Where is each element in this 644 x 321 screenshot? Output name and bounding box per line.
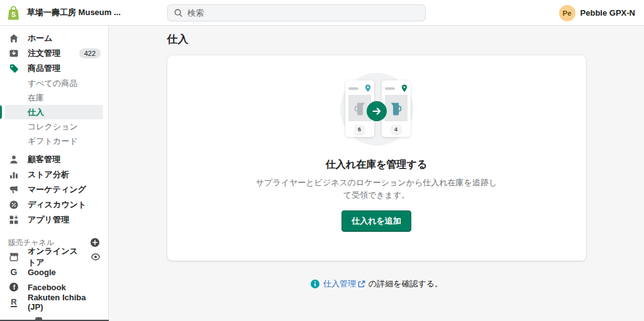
- orders-count-badge: 422: [79, 48, 101, 58]
- sidebar: ホーム 注文管理 422 商品管理 すべての商品 在庫 仕入 コレクション ギフ…: [0, 26, 109, 321]
- marketing-icon: [9, 185, 19, 195]
- customers-icon: [9, 155, 19, 165]
- link-label: 仕入管理: [323, 278, 356, 290]
- subitem-label: 在庫: [28, 93, 44, 102]
- sidebar-subitem-collections[interactable]: コレクション: [5, 119, 103, 134]
- search-icon: [174, 8, 183, 18]
- external-link-icon: [358, 280, 365, 288]
- purchase-management-link[interactable]: 仕入管理: [323, 278, 365, 290]
- channel-online-store[interactable]: オンラインストア: [0, 249, 108, 264]
- subitem-label: ギフトカード: [28, 136, 78, 146]
- view-online-store-button[interactable]: [91, 252, 101, 262]
- sidebar-item-label: ストア分析: [28, 169, 69, 180]
- plus-circle-icon: [90, 237, 100, 248]
- user-name: Pebble GPX-N: [580, 8, 635, 18]
- sidebar-item-products[interactable]: 商品管理: [0, 61, 108, 76]
- empty-state-title: 仕入れ在庫を管理する: [167, 158, 586, 171]
- sidebar-item-analytics[interactable]: ストア分析: [0, 167, 108, 182]
- apps-icon: [9, 215, 19, 225]
- channel-label: Google: [28, 268, 56, 277]
- supplier-count: 6: [355, 125, 365, 134]
- sidebar-item-marketing[interactable]: マーケティング: [0, 182, 108, 197]
- info-icon: [310, 279, 320, 289]
- sidebar-item-label: 注文管理: [28, 48, 60, 59]
- channel-label: Rakuten Ichiba (JP): [28, 293, 101, 312]
- sidebar-item-orders[interactable]: 注文管理 422: [0, 46, 108, 61]
- sidebar-item-label: ホーム: [28, 33, 53, 44]
- transfer-illustration: 6 4: [314, 73, 440, 147]
- channel-rakuten[interactable]: R Rakuten Ichiba (JP): [0, 295, 108, 310]
- search-input[interactable]: [187, 8, 419, 18]
- sidebar-item-discounts[interactable]: ディスカウント: [0, 197, 108, 212]
- products-tag-icon: [9, 63, 19, 73]
- sidebar-item-customers[interactable]: 顧客管理: [0, 152, 108, 167]
- top-bar: S 草場一壽工房 Museum ... Pe Pebble GPX-N: [0, 0, 644, 26]
- orders-icon: [9, 48, 19, 58]
- location-count: 4: [391, 125, 401, 134]
- eye-icon: [91, 252, 101, 262]
- store-name: 草場一壽工房 Museum ...: [27, 7, 121, 18]
- store-switcher[interactable]: S 草場一壽工房 Museum ...: [0, 6, 121, 20]
- transfer-arrow-icon: [367, 101, 387, 121]
- main-area: 仕入 6: [109, 26, 644, 321]
- avatar[interactable]: Pe: [559, 5, 575, 21]
- channel-label: オンラインストア: [28, 246, 82, 268]
- placeholder-bar: [348, 87, 358, 90]
- global-search[interactable]: [167, 4, 426, 21]
- subitem-label: 仕入: [28, 107, 44, 117]
- sidebar-subitem-inventory[interactable]: 在庫: [5, 90, 103, 105]
- rakuten-icon: R: [9, 297, 19, 307]
- sidebar-item-label: マーケティング: [28, 184, 86, 195]
- sidebar-subitem-gift-cards[interactable]: ギフトカード: [5, 134, 103, 148]
- footer-note: 仕入管理 の詳細を確認する。: [167, 278, 586, 290]
- page-title: 仕入: [167, 32, 586, 47]
- home-icon: [9, 33, 19, 43]
- google-icon: G: [9, 267, 19, 277]
- empty-state-card: 6 4: [167, 55, 586, 261]
- channel-label: Facebook: [28, 283, 66, 292]
- shopify-logo-icon: S: [7, 6, 20, 20]
- svg-text:S: S: [11, 10, 16, 18]
- sidebar-item-label: 商品管理: [28, 63, 60, 74]
- channel-google[interactable]: G Google: [0, 264, 108, 280]
- discount-icon: [9, 200, 19, 210]
- svg-text:f: f: [13, 283, 16, 291]
- analytics-icon: [9, 170, 19, 180]
- add-channel-button[interactable]: [90, 237, 100, 248]
- pitcher-icon: [353, 100, 367, 116]
- sidebar-item-label: アプリ管理: [28, 214, 69, 226]
- product-image: [385, 95, 408, 121]
- location-pin-icon: [401, 84, 408, 92]
- facebook-icon: f: [9, 282, 19, 292]
- pitcher-icon: [389, 100, 403, 116]
- footer-suffix: の詳細を確認する。: [369, 278, 443, 290]
- subitem-label: すべての商品: [28, 79, 77, 88]
- sidebar-item-apps[interactable]: アプリ管理: [0, 212, 108, 227]
- empty-state-description: サプライヤーとビジネスのロケーションから仕入れ在庫を追跡して受領できます。: [255, 177, 499, 202]
- sidebar-subitem-purchase-orders[interactable]: 仕入: [5, 105, 103, 119]
- user-menu[interactable]: Pe Pebble GPX-N: [559, 0, 635, 26]
- products-subnav: すべての商品 在庫 仕入 コレクション ギフトカード: [0, 76, 108, 148]
- placeholder-bar: [385, 87, 395, 90]
- subitem-label: コレクション: [28, 122, 78, 131]
- sidebar-item-home[interactable]: ホーム: [0, 31, 108, 46]
- sidebar-item-label: ディスカウント: [28, 199, 86, 210]
- location-pin-icon: [365, 84, 371, 92]
- sidebar-subitem-all-products[interactable]: すべての商品: [5, 76, 103, 90]
- add-purchase-order-button[interactable]: 仕入れを追加: [341, 210, 411, 232]
- storefront-icon: [9, 252, 19, 262]
- sidebar-item-label: 顧客管理: [28, 154, 60, 165]
